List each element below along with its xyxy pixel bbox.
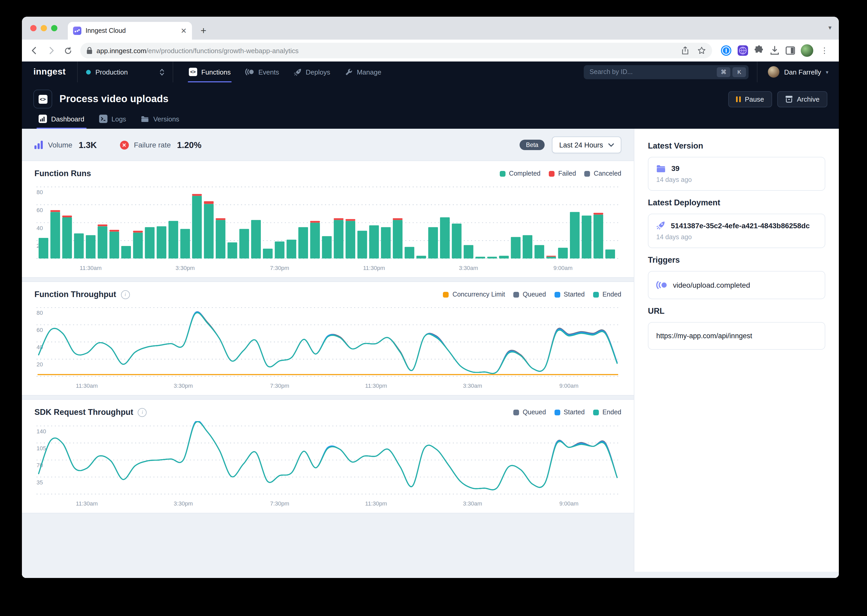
trigger-event-name: video/upload.completed — [673, 281, 750, 289]
nav-item-deploys[interactable]: Deploys — [287, 61, 336, 82]
volume-stat: Volume 1.3K — [35, 140, 97, 150]
failure-x-icon: ✕ — [120, 140, 129, 149]
chevron-down-icon — [608, 143, 614, 147]
user-avatar — [768, 66, 779, 78]
svg-text:80: 80 — [36, 310, 43, 316]
volume-value: 1.3K — [79, 140, 97, 150]
window-controls[interactable] — [30, 25, 57, 31]
browser-profile-avatar[interactable] — [801, 44, 813, 57]
trigger-card: video/upload.completed — [648, 271, 825, 299]
svg-text:60: 60 — [36, 327, 43, 333]
tab-versions[interactable]: Versions — [136, 115, 184, 129]
browser-window: Inngest Cloud ✕ + ▾ app.inngest.com/env/… — [22, 17, 839, 578]
pause-button[interactable]: Pause — [728, 91, 772, 107]
failure-rate-value: 1.20% — [177, 140, 202, 150]
tab-list-chevron-icon[interactable]: ▾ — [828, 24, 832, 31]
search-input[interactable]: Search by ID... ⌘ K — [584, 65, 749, 79]
inngest-favicon — [73, 27, 81, 35]
svg-text:3:30am: 3:30am — [463, 500, 482, 507]
event-trigger-icon — [656, 281, 667, 289]
password-manager-extension-icon[interactable] — [720, 45, 732, 56]
nav-item-manage[interactable]: Manage — [339, 61, 388, 82]
environment-selector[interactable]: Production — [78, 61, 173, 82]
sdk-throughput-chart: 357010514011:30am3:30pm7:30pm11:30pm3:30… — [35, 421, 621, 509]
reload-button[interactable] — [60, 43, 75, 58]
legend-item-started: Started — [554, 291, 585, 298]
legend-dot — [500, 171, 505, 176]
latest-deployment-heading: Latest Deployment — [648, 198, 825, 207]
svg-text:11:30pm: 11:30pm — [365, 382, 387, 389]
minimize-window-button[interactable] — [41, 25, 47, 31]
svg-text:11:30am: 11:30am — [80, 265, 102, 271]
url-bar[interactable]: app.inngest.com/env/production/functions… — [80, 43, 712, 58]
archive-button[interactable]: Archive — [777, 91, 828, 107]
user-name: Dan Farrelly — [784, 68, 821, 76]
legend-item-ended: Ended — [593, 291, 621, 298]
svg-text:40: 40 — [36, 225, 43, 231]
legend-dot — [549, 171, 555, 176]
share-button[interactable] — [678, 43, 692, 58]
window-bottom-edge — [22, 572, 839, 578]
function-runs-title: Function Runs — [35, 169, 91, 178]
downloads-icon[interactable] — [769, 46, 780, 56]
cmd-key-badge: ⌘ — [717, 67, 730, 77]
purple-extension-icon[interactable] — [737, 45, 749, 56]
sdk-throughput-legend: QueuedStartedEnded — [513, 409, 621, 416]
maximize-window-button[interactable] — [51, 25, 57, 31]
star-icon — [697, 46, 706, 55]
svg-text:3:30am: 3:30am — [463, 382, 482, 389]
dashboard-main-column: Volume 1.3K ✕ Failure rate 1.20% Beta La… — [22, 129, 634, 578]
svg-text:35: 35 — [36, 479, 43, 486]
svg-text:9:00am: 9:00am — [560, 500, 579, 507]
svg-text:3:30pm: 3:30pm — [175, 265, 195, 271]
extensions-puzzle-icon[interactable] — [754, 46, 764, 56]
sdk-throughput-card: SDK Request Throughput i QueuedStartedEn… — [22, 399, 634, 513]
new-tab-button[interactable]: + — [196, 24, 211, 38]
bookmark-star-button[interactable] — [694, 43, 709, 58]
tab-logs[interactable]: Logs — [94, 115, 131, 129]
info-icon[interactable]: i — [138, 408, 147, 416]
legend-item-ended: Ended — [593, 409, 621, 416]
tab-dashboard[interactable]: Dashboard — [33, 115, 90, 129]
latest-version-value: 39 — [672, 164, 679, 173]
nav-item-functions[interactable]: <> Functions — [183, 61, 237, 82]
svg-text:20: 20 — [36, 361, 43, 368]
svg-text:9:00am: 9:00am — [560, 382, 579, 389]
page-tabs: Dashboard Logs Versions — [33, 115, 828, 129]
back-button[interactable] — [27, 43, 42, 58]
legend-dot — [584, 171, 590, 176]
volume-bars-icon — [35, 141, 43, 149]
page-title: Process video uploads — [60, 93, 721, 105]
environment-switch-chevrons-icon — [160, 69, 164, 75]
legend-item-completed: Completed — [500, 170, 541, 177]
functions-icon: <> — [189, 68, 197, 76]
info-icon[interactable]: i — [121, 290, 130, 299]
forward-button[interactable] — [44, 43, 58, 58]
deploys-rocket-icon — [294, 68, 301, 76]
function-throughput-legend: Concurrency LimitQueuedStartedEnded — [443, 291, 621, 298]
url-heading: URL — [648, 306, 825, 316]
svg-text:11:30am: 11:30am — [76, 500, 98, 507]
svg-text:9:00am: 9:00am — [553, 265, 572, 271]
dashboard-icon — [39, 115, 47, 123]
legend-dot — [513, 409, 519, 415]
function-url-value: https://my-app.com/api/inngest — [656, 329, 817, 343]
browser-toolbar: app.inngest.com/env/production/functions… — [22, 39, 839, 61]
function-runs-legend: CompletedFailedCanceled — [500, 170, 621, 177]
legend-item-queued: Queued — [513, 291, 546, 298]
side-panel-icon[interactable] — [785, 46, 796, 56]
reload-icon — [64, 47, 72, 55]
tab-close-icon[interactable]: ✕ — [181, 27, 187, 35]
time-range-dropdown[interactable]: Last 24 Hours — [552, 137, 621, 153]
svg-text:7:30pm: 7:30pm — [270, 265, 289, 271]
legend-dot — [443, 292, 449, 297]
events-icon — [245, 68, 254, 75]
close-window-button[interactable] — [30, 25, 36, 31]
browser-tab[interactable]: Inngest Cloud ✕ — [68, 22, 192, 39]
legend-dot — [554, 292, 560, 297]
environment-label: Production — [95, 68, 155, 76]
browser-menu-kebab-icon[interactable]: ⋮ — [818, 46, 831, 55]
nav-item-events[interactable]: Events — [239, 61, 285, 82]
user-menu[interactable]: Dan Farrelly ▾ — [757, 61, 839, 82]
manage-wrench-icon — [345, 68, 353, 76]
